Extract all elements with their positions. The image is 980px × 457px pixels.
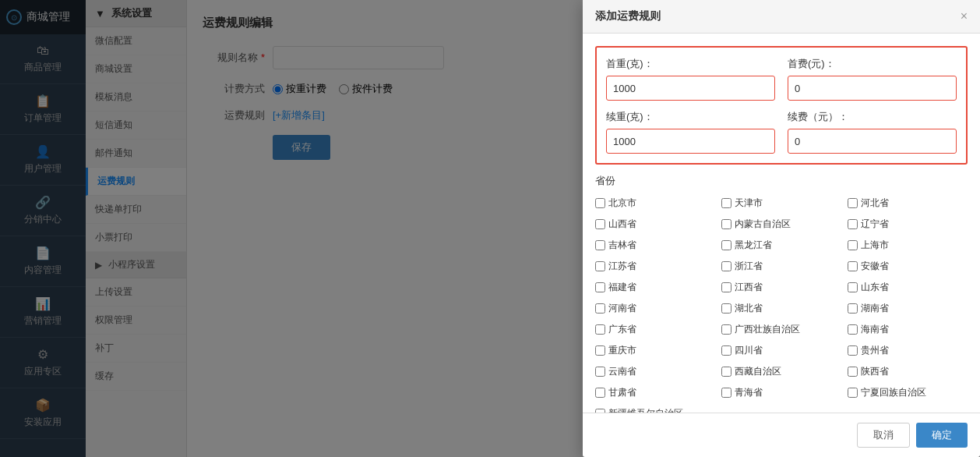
province-item: 江西省 <box>721 278 841 296</box>
modal-footer: 取消 确定 <box>583 413 980 457</box>
modal-title: 添加运费规则 <box>595 9 661 23</box>
province-item: 河北省 <box>848 194 968 212</box>
first-fee-field: 首费(元)： <box>788 57 957 101</box>
province-checkbox[interactable] <box>721 303 731 314</box>
province-checkbox[interactable] <box>848 303 858 314</box>
province-item: 山西省 <box>595 215 715 233</box>
province-item: 湖北省 <box>721 299 841 317</box>
first-row: 首重(克)： 首费(元)： <box>606 57 957 101</box>
province-checkbox[interactable] <box>595 367 605 377</box>
modal-dialog: 添加运费规则 × 首重(克)： 首费(元)： 续重(克)： <box>583 0 980 457</box>
province-checkbox[interactable] <box>848 261 858 271</box>
province-item: 贵州省 <box>848 342 968 360</box>
province-item: 甘肃省 <box>595 384 715 402</box>
first-fee-label: 首费(元)： <box>788 57 957 71</box>
province-item: 海南省 <box>848 321 968 338</box>
province-checkbox[interactable] <box>848 219 858 229</box>
province-checkbox[interactable] <box>721 240 731 250</box>
province-checkbox[interactable] <box>595 345 605 356</box>
province-item: 陕西省 <box>848 363 968 381</box>
province-item: 湖南省 <box>848 299 968 317</box>
first-weight-label: 首重(克)： <box>606 57 775 71</box>
province-item: 安徽省 <box>848 257 968 275</box>
province-checkbox[interactable] <box>595 388 605 398</box>
province-item: 北京市 <box>595 194 715 212</box>
provinces-section: 省份 北京市天津市河北省山西省内蒙古自治区辽宁省吉林省黑龙江省上海市江苏省浙江省… <box>595 174 968 413</box>
province-checkbox[interactable] <box>848 282 858 292</box>
modal-close-button[interactable]: × <box>961 9 968 23</box>
province-checkbox[interactable] <box>595 198 605 208</box>
extra-fee-field: 续费（元）： <box>788 110 957 154</box>
province-checkbox[interactable] <box>595 261 605 271</box>
province-checkbox[interactable] <box>721 367 731 377</box>
province-item: 福建省 <box>595 278 715 296</box>
first-weight-field: 首重(克)： <box>606 57 775 101</box>
province-checkbox[interactable] <box>721 219 731 229</box>
province-item: 广东省 <box>595 321 715 338</box>
extra-fee-label: 续费（元）： <box>788 110 957 124</box>
first-weight-input[interactable] <box>606 76 775 101</box>
extra-fee-input[interactable] <box>788 129 957 154</box>
province-checkbox[interactable] <box>595 324 605 335</box>
province-item: 浙江省 <box>721 257 841 275</box>
province-item: 河南省 <box>595 299 715 317</box>
province-checkbox[interactable] <box>848 198 858 208</box>
province-checkbox[interactable] <box>595 219 605 229</box>
province-checkbox[interactable] <box>721 324 731 335</box>
province-checkbox[interactable] <box>848 324 858 335</box>
provinces-label: 省份 <box>595 174 968 188</box>
province-checkbox[interactable] <box>721 388 731 398</box>
province-item: 四川省 <box>721 342 841 360</box>
province-item: 吉林省 <box>595 236 715 254</box>
cancel-button[interactable]: 取消 <box>857 423 910 448</box>
province-item: 上海市 <box>848 236 968 254</box>
first-fee-input[interactable] <box>788 76 957 101</box>
modal-field-group: 首重(克)： 首费(元)： 续重(克)： 续费（元）： <box>595 46 968 165</box>
provinces-grid: 北京市天津市河北省山西省内蒙古自治区辽宁省吉林省黑龙江省上海市江苏省浙江省安徽省… <box>595 194 968 413</box>
extra-row: 续重(克)： 续费（元）： <box>606 110 957 154</box>
province-item: 江苏省 <box>595 257 715 275</box>
modal-body: 首重(克)： 首费(元)： 续重(克)： 续费（元）： <box>583 34 980 413</box>
province-item: 青海省 <box>721 384 841 402</box>
province-item: 辽宁省 <box>848 215 968 233</box>
province-checkbox[interactable] <box>721 282 731 292</box>
province-checkbox[interactable] <box>595 240 605 250</box>
province-item: 西藏自治区 <box>721 363 841 381</box>
province-item: 云南省 <box>595 363 715 381</box>
province-item: 黑龙江省 <box>721 236 841 254</box>
province-item: 新疆维吾尔自治区 <box>595 405 715 413</box>
province-checkbox[interactable] <box>721 198 731 208</box>
extra-weight-label: 续重(克)： <box>606 110 775 124</box>
extra-weight-field: 续重(克)： <box>606 110 775 154</box>
province-checkbox[interactable] <box>848 345 858 356</box>
province-item: 内蒙古自治区 <box>721 215 841 233</box>
province-checkbox[interactable] <box>848 240 858 250</box>
confirm-button[interactable]: 确定 <box>916 423 968 448</box>
modal-header: 添加运费规则 × <box>583 0 980 34</box>
province-item: 宁夏回族自治区 <box>848 384 968 402</box>
province-checkbox[interactable] <box>848 367 858 377</box>
province-item: 重庆市 <box>595 342 715 360</box>
extra-weight-input[interactable] <box>606 129 775 154</box>
province-item: 广西壮族自治区 <box>721 321 841 338</box>
province-checkbox[interactable] <box>721 261 731 271</box>
province-checkbox[interactable] <box>721 345 731 356</box>
province-item: 山东省 <box>848 278 968 296</box>
province-checkbox[interactable] <box>848 388 858 398</box>
province-checkbox[interactable] <box>595 282 605 292</box>
modal-overlay: 添加运费规则 × 首重(克)： 首费(元)： 续重(克)： <box>0 0 980 457</box>
province-item: 天津市 <box>721 194 841 212</box>
province-checkbox[interactable] <box>595 303 605 314</box>
